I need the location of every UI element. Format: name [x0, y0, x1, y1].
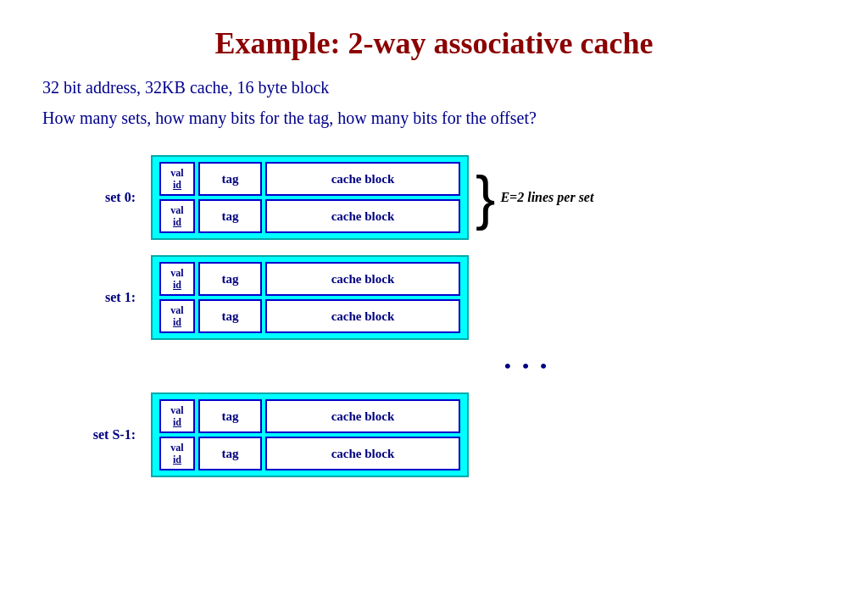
diagram-area: set 0: val id tag cache block val id tag…: [42, 155, 826, 477]
cache-line-1-0: val id tag cache block: [159, 262, 460, 296]
cache-line-s1-0: val id tag cache block: [159, 399, 460, 433]
id-text-0-0: id: [173, 179, 181, 191]
set-row-s1: set S-1: val id tag cache block val id t…: [59, 392, 826, 477]
val-text-s1-0: val: [170, 404, 183, 416]
tag-box-1-1: tag: [198, 299, 262, 333]
cache-block-box-s1-1: cache block: [265, 437, 460, 470]
tag-box-0-0: tag: [198, 162, 262, 196]
cache-line-0-1: val id tag cache block: [159, 199, 460, 233]
val-text-1-1: val: [170, 304, 183, 316]
question-text: How many sets, how many bits for the tag…: [42, 106, 826, 130]
set-container-0: val id tag cache block val id tag cache …: [151, 155, 469, 240]
id-text-1-1: id: [173, 316, 181, 328]
curly-brace-0: }: [476, 168, 495, 227]
tag-box-1-0: tag: [198, 262, 262, 296]
set-label-s1: set S-1:: [59, 427, 136, 442]
tag-box-s1-0: tag: [198, 399, 262, 433]
id-text-0-1: id: [173, 216, 181, 228]
cache-block-box-1-0: cache block: [265, 262, 460, 296]
valid-box-s1-1: val id: [159, 437, 195, 470]
set-container-s1: val id tag cache block val id tag cache …: [151, 392, 469, 477]
set-container-1: val id tag cache block val id tag cache …: [151, 255, 469, 340]
val-text-1-0: val: [170, 267, 183, 279]
set-row-0: set 0: val id tag cache block val id tag…: [59, 155, 826, 240]
cache-line-1-1: val id tag cache block: [159, 299, 460, 333]
id-text-1-0: id: [173, 279, 181, 291]
cache-line-0-0: val id tag cache block: [159, 162, 460, 196]
val-text-0-1: val: [170, 204, 183, 216]
valid-box-1-0: val id: [159, 262, 195, 296]
set-label-0: set 0:: [59, 190, 136, 205]
page-title: Example: 2-way associative cache: [42, 25, 826, 61]
dots-row: • • •: [229, 355, 826, 377]
cache-block-box-0-0: cache block: [265, 162, 460, 196]
valid-box-s1-0: val id: [159, 399, 195, 433]
id-text-s1-1: id: [173, 454, 181, 465]
subtitle-text: 32 bit address, 32KB cache, 16 byte bloc…: [42, 78, 826, 97]
set-row-1: set 1: val id tag cache block val id tag…: [59, 255, 826, 340]
cache-block-box-0-1: cache block: [265, 199, 460, 233]
cache-block-box-1-1: cache block: [265, 299, 460, 333]
e2-label: E=2 lines per set: [500, 190, 593, 205]
id-text-s1-0: id: [173, 416, 181, 428]
cache-block-box-s1-0: cache block: [265, 399, 460, 433]
tag-box-0-1: tag: [198, 199, 262, 233]
brace-container-0: } E=2 lines per set: [476, 168, 593, 227]
cache-line-s1-1: val id tag cache block: [159, 437, 460, 470]
valid-box-0-0: val id: [159, 162, 195, 196]
set-label-1: set 1:: [59, 290, 136, 305]
val-text-s1-1: val: [170, 442, 183, 454]
valid-box-0-1: val id: [159, 199, 195, 233]
tag-box-s1-1: tag: [198, 437, 262, 470]
valid-box-1-1: val id: [159, 299, 195, 333]
val-text-0-0: val: [170, 167, 183, 179]
